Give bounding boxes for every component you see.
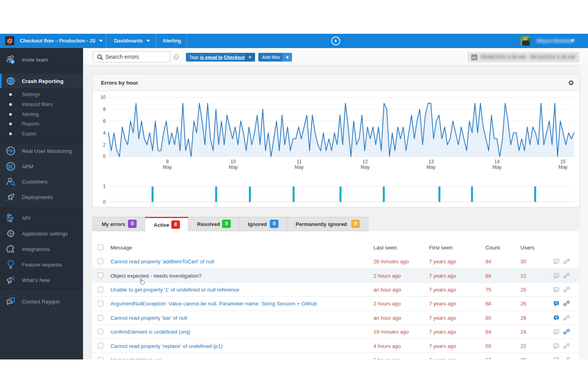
- svg-text:0: 0: [103, 199, 106, 205]
- svg-text:May: May: [361, 164, 370, 170]
- svg-text:11: 11: [297, 159, 302, 164]
- svg-text:13: 13: [428, 159, 434, 164]
- svg-text:May: May: [493, 164, 502, 170]
- svg-text:May: May: [295, 164, 304, 170]
- svg-text:9: 9: [166, 159, 169, 164]
- svg-text:14: 14: [494, 159, 500, 164]
- svg-text:8: 8: [103, 106, 106, 112]
- svg-text:10: 10: [230, 159, 236, 164]
- svg-text:May: May: [163, 164, 172, 170]
- svg-text:12: 12: [362, 159, 368, 164]
- svg-text:May: May: [229, 164, 238, 170]
- svg-text:6: 6: [103, 118, 106, 124]
- svg-text:May: May: [427, 164, 436, 170]
- svg-text:0: 0: [103, 154, 106, 159]
- svg-text:4: 4: [103, 130, 106, 136]
- svg-text:15: 15: [560, 159, 566, 164]
- svg-text:1: 1: [103, 183, 106, 189]
- svg-text:10: 10: [101, 95, 106, 100]
- svg-text:May: May: [559, 164, 568, 170]
- svg-text:2: 2: [103, 142, 106, 148]
